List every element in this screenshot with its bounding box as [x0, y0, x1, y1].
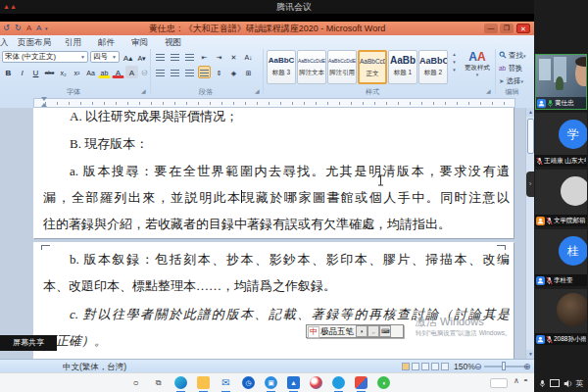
- character-shading-button[interactable]: A: [125, 66, 138, 78]
- styles-gallery-scroll[interactable]: ▴▾▾: [450, 50, 459, 74]
- taskbar-lang-indicator[interactable]: 英: [576, 378, 584, 389]
- print-layout-view-button[interactable]: [402, 363, 410, 370]
- outline-view-button[interactable]: [431, 363, 439, 370]
- align-right-button[interactable]: [183, 66, 196, 78]
- style-footnote-ref[interactable]: AaBbCcDdEe 脚注引用: [327, 50, 357, 84]
- qq-icon[interactable]: [310, 376, 322, 389]
- replace-button[interactable]: ab 替换: [499, 63, 522, 74]
- speaker-icon[interactable]: [564, 379, 572, 388]
- style-qat-icon[interactable]: A: [36, 22, 41, 35]
- font-color-button[interactable]: A: [112, 66, 124, 78]
- participant-tile[interactable]: 桂 李桂奎: [535, 229, 587, 286]
- style-heading1[interactable]: AaBb 标题 1: [388, 50, 417, 84]
- participant-tile[interactable]: 2088孙小雨: [535, 289, 587, 345]
- battery-tray-icon[interactable]: [490, 378, 508, 388]
- photos-icon[interactable]: ▲: [287, 376, 300, 389]
- tab-view[interactable]: 视图: [161, 36, 185, 48]
- web-layout-view-button[interactable]: [421, 363, 429, 370]
- find-button[interactable]: 查找▾: [499, 50, 526, 62]
- start-button[interactable]: ○: [129, 376, 142, 389]
- tab-mailings[interactable]: 邮件: [94, 36, 119, 48]
- ime-keyboard-icon[interactable]: ⌨: [379, 325, 391, 337]
- draft-view-button[interactable]: [441, 363, 449, 370]
- mic-control-icon[interactable]: [539, 379, 546, 388]
- font-color-qat-icon[interactable]: A: [26, 22, 31, 35]
- style-heading2[interactable]: AaBbC 标题 2: [418, 50, 448, 84]
- subscript-button[interactable]: x₂: [57, 66, 70, 78]
- edge-icon[interactable]: [174, 376, 187, 389]
- fullscreen-view-button[interactable]: [412, 363, 419, 370]
- close-button[interactable]: ✕: [516, 24, 530, 33]
- zoom-out-button[interactable]: ⊖: [474, 361, 482, 372]
- style-footnote-text[interactable]: AaBbCcDdE 脚注文本: [297, 50, 326, 84]
- participant-name: 李桂奎: [554, 276, 586, 285]
- asian-layout-button[interactable]: ✕: [227, 50, 240, 63]
- zoom-in-button[interactable]: ⊕: [523, 361, 531, 372]
- qat-dropdown-icon[interactable]: ▾: [45, 22, 48, 35]
- shrink-font-button[interactable]: A▾: [135, 51, 148, 64]
- word-title-bar[interactable]: ↺ ↻ A A ▾ 黄仕忠：《大和正音譜》研讀課程講座2020 - Micros…: [0, 22, 534, 35]
- file-explorer-icon[interactable]: [197, 376, 210, 389]
- decrease-indent-button[interactable]: ⇤: [198, 50, 211, 63]
- ime-fullhalf-icon[interactable]: ◗: [356, 325, 368, 337]
- tab-references[interactable]: 引用: [61, 36, 85, 48]
- change-styles-button[interactable]: AA 更改样式 ▾: [461, 50, 494, 85]
- bullets-button[interactable]: [154, 50, 167, 63]
- highlight-color-button[interactable]: ab: [98, 66, 111, 78]
- shading-button[interactable]: ◈: [227, 66, 240, 78]
- indent-marker-icon[interactable]: [41, 97, 47, 101]
- maximize-button[interactable]: ❐: [500, 24, 514, 33]
- multilevel-list-button[interactable]: [183, 50, 196, 63]
- tab-page-layout[interactable]: 页面布局: [14, 36, 55, 48]
- task-view-icon[interactable]: ⧉: [152, 376, 165, 389]
- align-center-button[interactable]: [169, 66, 181, 78]
- select-button[interactable]: ➤ 选择▾: [499, 75, 523, 87]
- scroll-up-icon[interactable]: ▲: [526, 108, 534, 117]
- participant-tile[interactable]: 学 王靖康 山东大学: [535, 113, 587, 167]
- scroll-down-icon[interactable]: ▼: [526, 350, 534, 359]
- superscript-button[interactable]: x²: [71, 66, 83, 78]
- change-case-button[interactable]: Aa: [84, 66, 97, 78]
- strikethrough-button[interactable]: abc: [43, 66, 56, 78]
- increase-indent-button[interactable]: ⇥: [213, 50, 225, 63]
- tab-review[interactable]: 审阅: [127, 36, 152, 48]
- font-dialog-launcher-icon[interactable]: ◢: [141, 88, 148, 95]
- zoom-slider-thumb[interactable]: [502, 362, 506, 370]
- grow-font-button[interactable]: A▴: [122, 51, 134, 64]
- undo-icon[interactable]: ↺: [3, 22, 10, 35]
- line-spacing-button[interactable]: ⇕: [213, 66, 225, 78]
- numbering-button[interactable]: [169, 50, 181, 63]
- zoom-level[interactable]: 150%: [454, 362, 475, 371]
- tray-expand-icon[interactable]: ∧: [514, 376, 519, 385]
- sidebar-collapse-handle[interactable]: ›: [526, 172, 534, 197]
- redo-icon[interactable]: ↻: [15, 22, 22, 35]
- justify-button[interactable]: [198, 66, 211, 78]
- font-size-select[interactable]: 四号▼: [90, 51, 120, 63]
- bold-button[interactable]: B: [2, 66, 15, 78]
- borders-button[interactable]: ⊞: [242, 66, 255, 78]
- skype-icon[interactable]: [332, 376, 345, 389]
- minimize-button[interactable]: —: [484, 24, 498, 33]
- ime-toolbar[interactable]: 中极品五笔 ◗,.⌨: [306, 324, 404, 338]
- style-heading3[interactable]: AaBbC 标题 3: [267, 50, 296, 84]
- tencent-meeting-icon[interactable]: ▣: [265, 376, 277, 389]
- wechat-icon[interactable]: ◖: [377, 376, 390, 389]
- ime-punct-icon[interactable]: ,.: [368, 325, 379, 337]
- sogou-input-icon[interactable]: [355, 376, 368, 389]
- participant-tile-video[interactable]: 黄仕忠: [535, 54, 587, 110]
- indent-marker-icon[interactable]: [41, 103, 47, 107]
- participant-tile[interactable]: 文学院邮箱: [535, 170, 587, 226]
- font-name-select[interactable]: 宋体 (中文正文)▼: [2, 51, 88, 63]
- tray-network-icon[interactable]: ◓: [523, 376, 528, 385]
- align-left-button[interactable]: [154, 66, 167, 78]
- italic-button[interactable]: I: [16, 66, 28, 78]
- clock-icon[interactable]: ◷: [242, 376, 255, 389]
- underline-button[interactable]: U: [29, 66, 42, 78]
- style-normal-selected[interactable]: AaBbCcDd 正文: [358, 50, 387, 84]
- scrollbar-thumb[interactable]: [527, 119, 534, 154]
- sort-button[interactable]: A↓: [242, 50, 255, 63]
- mail-icon[interactable]: ✉: [220, 376, 232, 389]
- screen-control-icon[interactable]: [550, 379, 560, 387]
- tab-insert[interactable]: 入: [0, 36, 13, 48]
- paragraph-dialog-launcher-icon[interactable]: ◢: [255, 88, 262, 95]
